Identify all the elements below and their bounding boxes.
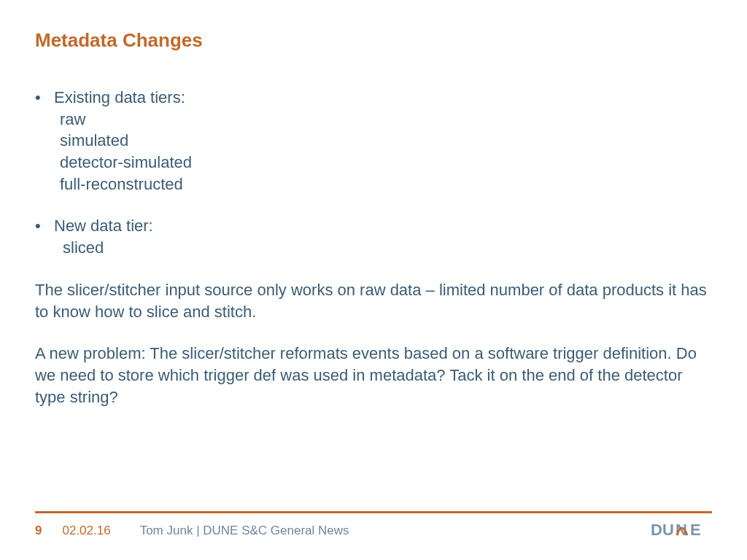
slide-footer: 9 02.02.16 Tom Junk | DUNE S&C General N… (0, 511, 747, 538)
bullet-item: • Existing data tiers: (35, 87, 712, 109)
footer-author: Tom Junk | DUNE S&C General News (140, 524, 349, 538)
bullet-subitem: detector-simulated (35, 152, 712, 174)
slide-title: Metadata Changes (35, 29, 712, 52)
bullet-mark-icon: • (35, 215, 54, 237)
slide-body: • Existing data tiers: raw simulated det… (35, 87, 712, 408)
bullet-item: • New data tier: (35, 215, 712, 237)
svg-text:E: E (690, 521, 701, 539)
svg-text:DU: DU (651, 521, 674, 539)
bullet-subitem: simulated (35, 130, 712, 152)
footer-line: 9 02.02.16 Tom Junk | DUNE S&C General N… (35, 524, 712, 538)
bullet-label: New data tier: (54, 215, 712, 237)
paragraph: A new problem: The slicer/stitcher refor… (35, 343, 712, 408)
bullet-mark-icon: • (35, 87, 54, 109)
bullet-subitem: full-reconstructed (35, 174, 712, 195)
slide: Metadata Changes • Existing data tiers: … (0, 0, 747, 560)
footer-rule (35, 511, 712, 513)
footer-date: 02.02.16 (62, 524, 110, 538)
page-number: 9 (35, 524, 42, 538)
dune-logo-icon: DU N E (651, 519, 712, 541)
bullet-subitem: sliced (35, 237, 712, 259)
bullet-subitem: raw (35, 109, 712, 131)
paragraph: The slicer/stitcher input source only wo… (35, 279, 712, 322)
bullet-label: Existing data tiers: (54, 87, 712, 109)
